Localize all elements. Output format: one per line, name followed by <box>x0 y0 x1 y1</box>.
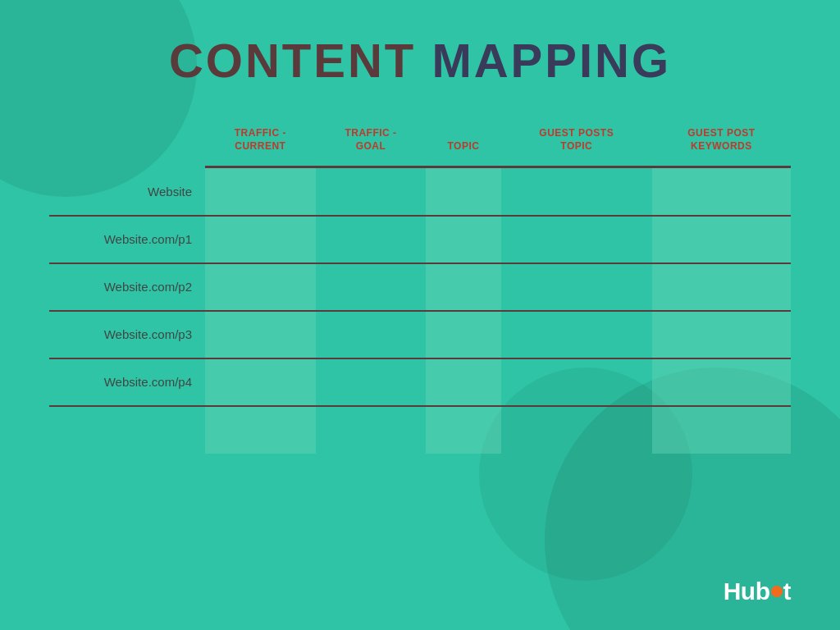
col-header-guest-post-keywords: GUEST POST KEYWORDS <box>652 121 791 166</box>
table-header-row: TRAFFIC - CURRENT TRAFFIC - GOAL TOPIC G… <box>49 121 791 166</box>
row-cell-traffic-goal <box>316 216 427 263</box>
row-cell-traffic-goal <box>316 311 427 358</box>
row-cell-bottom-2 <box>316 406 427 454</box>
row-cell-traffic-goal <box>316 358 427 406</box>
table-container: TRAFFIC - CURRENT TRAFFIC - GOAL TOPIC G… <box>49 121 791 454</box>
row-cell-guest-posts-topic <box>501 216 652 263</box>
row-cell-bottom-1 <box>205 406 316 454</box>
row-label: Website.com/p2 <box>49 263 205 311</box>
row-cell-topic <box>426 168 500 216</box>
row-cell-traffic-current <box>205 263 316 311</box>
row-cell-guest-posts-topic <box>501 263 652 311</box>
row-cell-traffic-current <box>205 358 316 406</box>
logo-dot <box>771 586 783 597</box>
row-cell-topic <box>426 216 500 263</box>
row-cell-traffic-current <box>205 311 316 358</box>
logo-spot: t <box>783 578 792 605</box>
row-cell-guest-posts-topic <box>501 168 652 216</box>
table-row: Website <box>49 168 791 216</box>
row-label-empty <box>49 406 205 454</box>
row-label: Website <box>49 168 205 216</box>
row-cell-traffic-goal <box>316 168 427 216</box>
row-cell-topic <box>426 358 500 406</box>
col-header-label <box>49 121 205 166</box>
row-label: Website.com/p4 <box>49 358 205 406</box>
content-mapping-table: TRAFFIC - CURRENT TRAFFIC - GOAL TOPIC G… <box>49 121 791 454</box>
table-row: Website.com/p2 <box>49 263 791 311</box>
row-cell-guest-posts-topic <box>501 358 652 406</box>
logo-wrapper: Hubt <box>724 578 791 605</box>
table-row: Website.com/p3 <box>49 311 791 358</box>
row-cell-bottom-3 <box>426 406 500 454</box>
title-text: CONTENT MAPPING <box>49 33 791 88</box>
row-cell-guest-posts-topic <box>501 311 652 358</box>
page-content: CONTENT MAPPING TRAFFIC - CURRENT TRAFFI… <box>0 0 840 486</box>
table-bottom-row <box>49 406 791 454</box>
row-cell-topic <box>426 263 500 311</box>
table-row: Website.com/p4 <box>49 358 791 406</box>
row-label: Website.com/p3 <box>49 311 205 358</box>
title-word2: MAPPING <box>431 34 671 87</box>
table-row: Website.com/p1 <box>49 216 791 263</box>
row-label: Website.com/p1 <box>49 216 205 263</box>
col-header-topic: TOPIC <box>426 121 500 166</box>
row-cell-topic <box>426 311 500 358</box>
col-header-traffic-current: TRAFFIC - CURRENT <box>205 121 316 166</box>
col-header-guest-posts-topic: GUEST POSTS TOPIC <box>501 121 652 166</box>
row-cell-guest-post-keywords <box>652 168 791 216</box>
row-cell-guest-post-keywords <box>652 358 791 406</box>
row-cell-guest-post-keywords <box>652 311 791 358</box>
col-header-traffic-goal: TRAFFIC - GOAL <box>316 121 427 166</box>
row-cell-traffic-current <box>205 216 316 263</box>
logo-hub: Hub <box>724 578 770 605</box>
row-cell-bottom-5 <box>652 406 791 454</box>
title-word1: CONTENT <box>169 34 416 87</box>
row-cell-guest-post-keywords <box>652 216 791 263</box>
row-cell-traffic-goal <box>316 263 427 311</box>
hubspot-logo: Hubt <box>724 578 791 605</box>
row-cell-bottom-4 <box>501 406 652 454</box>
page-title: CONTENT MAPPING <box>49 33 791 88</box>
row-cell-guest-post-keywords <box>652 263 791 311</box>
row-cell-traffic-current <box>205 168 316 216</box>
